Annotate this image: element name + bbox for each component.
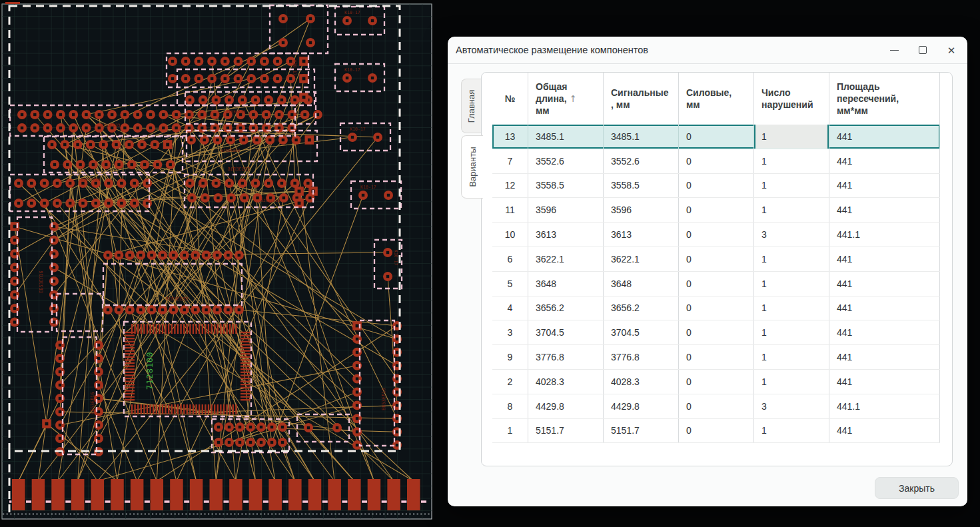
cell-r4-c2[interactable]: 3613 [604, 223, 679, 247]
table-row-7[interactable]: 73552.63552.601441 [492, 149, 940, 174]
cell-r0-c2[interactable]: 3485.1 [604, 125, 679, 149]
cell-r8-c3[interactable]: 0 [679, 320, 754, 344]
cell-r5-c1[interactable]: 3622.1 [528, 247, 604, 271]
cell-r2-c0[interactable]: 12 [492, 174, 528, 198]
cell-r7-c1[interactable]: 3656.2 [528, 296, 604, 320]
column-header-2[interactable]: Сигнальные , мм [604, 73, 679, 125]
cell-r11-c2[interactable]: 4429.8 [604, 394, 679, 418]
cell-r6-c1[interactable]: 3648 [528, 272, 604, 296]
table-row-1[interactable]: 15151.75151.701441 [492, 419, 940, 444]
cell-r8-c2[interactable]: 3704.5 [604, 320, 679, 344]
cell-r4-c3[interactable]: 0 [679, 223, 754, 247]
cell-r7-c5[interactable]: 441 [829, 296, 940, 320]
cell-r6-c5[interactable]: 441 [829, 272, 940, 296]
cell-r1-c5[interactable]: 441 [829, 149, 940, 173]
maximize-button[interactable] [917, 45, 928, 55]
cell-r9-c2[interactable]: 3776.8 [604, 345, 679, 369]
cell-r0-c4[interactable]: 1 [754, 125, 829, 149]
column-header-3[interactable]: Силовые, мм [679, 73, 754, 125]
cell-r12-c5[interactable]: 441 [829, 419, 940, 443]
cell-r7-c0[interactable]: 4 [492, 296, 528, 320]
cell-r10-c0[interactable]: 2 [492, 370, 528, 394]
cell-r2-c1[interactable]: 3558.5 [528, 174, 604, 198]
cell-r5-c0[interactable]: 6 [492, 247, 528, 271]
column-header-5[interactable]: Площадь пересечений, мм*мм [829, 73, 940, 125]
cell-r9-c1[interactable]: 3776.8 [528, 345, 604, 369]
cell-r2-c5[interactable]: 441 [829, 174, 940, 198]
cell-r4-c5[interactable]: 441.1 [829, 223, 940, 247]
cell-r5-c2[interactable]: 3622.1 [604, 247, 679, 271]
cell-r10-c3[interactable]: 0 [679, 370, 754, 394]
cell-r1-c0[interactable]: 7 [492, 149, 528, 173]
cell-r8-c4[interactable]: 1 [754, 320, 829, 344]
cell-r12-c2[interactable]: 5151.7 [604, 419, 679, 443]
cell-r5-c5[interactable]: 441 [829, 247, 940, 271]
cell-r10-c4[interactable]: 1 [754, 370, 829, 394]
cell-r11-c5[interactable]: 441.1 [829, 394, 940, 418]
cell-r6-c3[interactable]: 0 [679, 272, 754, 296]
cell-r6-c0[interactable]: 5 [492, 272, 528, 296]
table-row-12[interactable]: 123558.53558.501441 [492, 174, 940, 199]
table-row-6[interactable]: 63622.13622.101441 [492, 247, 940, 272]
cell-r12-c0[interactable]: 1 [492, 419, 528, 443]
table-row-3[interactable]: 33704.53704.501441 [492, 320, 940, 345]
table-row-8[interactable]: 84429.84429.803441.1 [492, 394, 940, 419]
table-row-4[interactable]: 43656.23656.201441 [492, 296, 940, 321]
cell-r3-c1[interactable]: 3596 [528, 198, 604, 222]
cell-r6-c4[interactable]: 1 [754, 272, 829, 296]
cell-r11-c4[interactable]: 3 [754, 394, 829, 418]
cell-r1-c1[interactable]: 3552.6 [528, 149, 604, 173]
cell-r12-c3[interactable]: 0 [679, 419, 754, 443]
cell-r1-c2[interactable]: 3552.6 [604, 149, 679, 173]
cell-r9-c4[interactable]: 1 [754, 345, 829, 369]
cell-r2-c2[interactable]: 3558.5 [604, 174, 679, 198]
close-button-x[interactable]: ✕ [946, 45, 957, 55]
cell-r3-c3[interactable]: 0 [679, 198, 754, 222]
cell-r11-c1[interactable]: 4429.8 [528, 394, 604, 418]
cell-r11-c3[interactable]: 0 [679, 394, 754, 418]
close-button[interactable]: Закрыть [875, 477, 959, 499]
cell-r3-c2[interactable]: 3596 [604, 198, 679, 222]
cell-r2-c4[interactable]: 1 [754, 174, 829, 198]
cell-r7-c3[interactable]: 0 [679, 296, 754, 320]
cell-r3-c4[interactable]: 1 [754, 198, 829, 222]
cell-r8-c5[interactable]: 441 [829, 320, 940, 344]
table-row-10[interactable]: 103613361303441.1 [492, 223, 940, 247]
minimize-button[interactable] [889, 45, 899, 55]
cell-r7-c4[interactable]: 1 [754, 296, 829, 320]
table-row-13[interactable]: 133485.13485.101441 [492, 125, 940, 149]
cell-r5-c4[interactable]: 1 [754, 247, 829, 271]
cell-r2-c3[interactable]: 0 [679, 174, 754, 198]
cell-r0-c1[interactable]: 3485.1 [528, 125, 604, 149]
column-header-4[interactable]: Число нарушений [754, 73, 829, 125]
column-header-0[interactable]: № [492, 73, 528, 125]
cell-r1-c3[interactable]: 0 [679, 149, 754, 173]
column-header-1[interactable]: Общая длина, ↑ мм [528, 73, 604, 125]
cell-r10-c2[interactable]: 4028.3 [604, 370, 679, 394]
cell-r4-c4[interactable]: 3 [754, 223, 829, 247]
cell-r3-c0[interactable]: 11 [492, 198, 528, 222]
cell-r7-c2[interactable]: 3656.2 [604, 296, 679, 320]
cell-r0-c3[interactable]: 0 [679, 125, 754, 149]
cell-r9-c3[interactable]: 0 [679, 345, 754, 369]
cell-r9-c5[interactable]: 441 [829, 345, 940, 369]
cell-r8-c0[interactable]: 3 [492, 320, 528, 344]
cell-r4-c0[interactable]: 10 [492, 223, 528, 247]
table-row-11[interactable]: 113596359601441 [492, 198, 940, 223]
table-row-9[interactable]: 93776.83776.801441 [492, 345, 940, 370]
cell-r12-c1[interactable]: 5151.7 [528, 419, 604, 443]
cell-r3-c5[interactable]: 441 [829, 198, 940, 222]
cell-r5-c3[interactable]: 0 [679, 247, 754, 271]
tab-glavnaya[interactable]: Главная [461, 79, 481, 133]
cell-r11-c0[interactable]: 8 [492, 394, 528, 418]
pcb-editor-canvas[interactable]: 7128100К10-17К10-17К10-17К10-17К10-17К10… [0, 0, 434, 527]
cell-r9-c0[interactable]: 9 [492, 345, 528, 369]
cell-r10-c1[interactable]: 4028.3 [528, 370, 604, 394]
cell-r12-c4[interactable]: 1 [754, 419, 829, 443]
tab-varianty[interactable]: Варианты [461, 135, 483, 199]
cell-r0-c5[interactable]: 441 [829, 125, 940, 149]
table-row-5[interactable]: 53648364801441 [492, 272, 940, 296]
cell-r10-c5[interactable]: 441 [829, 370, 940, 394]
table-row-2[interactable]: 24028.34028.301441 [492, 370, 940, 394]
cell-r0-c0[interactable]: 13 [492, 125, 528, 149]
